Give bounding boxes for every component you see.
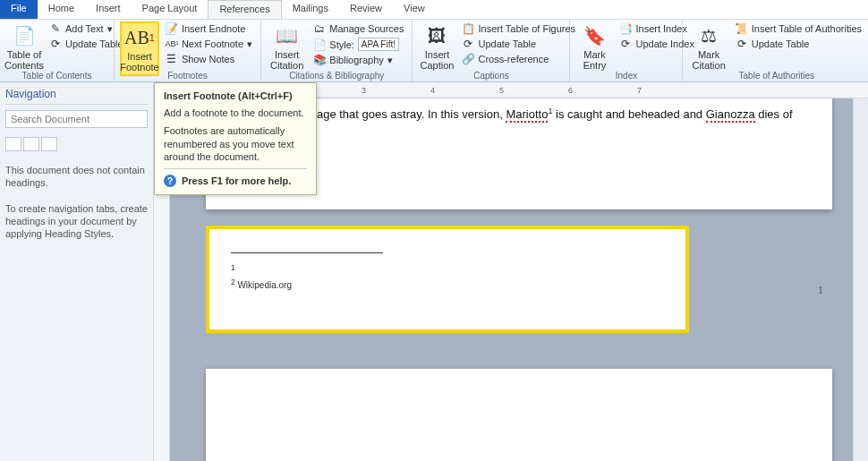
insert-tof-button[interactable]: 📋Insert Table of Figures	[459, 21, 578, 36]
update-icon: ⟳	[462, 38, 474, 50]
insert-footnote-button[interactable]: AB1 Insert Footnote	[120, 21, 159, 76]
mark-entry-icon: 🔖	[582, 23, 607, 48]
ribbon: 📄 Table of Contents ✎Add Text▾ ⟳Update T…	[0, 20, 868, 82]
caption-icon: 🖼	[424, 23, 449, 48]
citation-icon: 📖	[275, 23, 300, 48]
nav-view-switcher	[5, 137, 148, 151]
group-citations: 📖 Insert Citation 🗂Manage Sources 📄Style…	[261, 20, 413, 81]
tab-review[interactable]: Review	[339, 0, 393, 19]
group-captions-label: Captions	[413, 71, 569, 81]
ribbon-tabs: File Home Insert Page Layout References …	[0, 0, 868, 20]
mark-citation-label: Mark Citation	[692, 49, 725, 71]
tab-references[interactable]: References	[208, 0, 281, 19]
cross-reference-button[interactable]: 🔗Cross-reference	[459, 52, 578, 66]
nav-view-pages[interactable]	[23, 137, 39, 151]
navigation-pane: Navigation This document does not contai…	[0, 82, 154, 461]
manage-sources-button[interactable]: 🗂Manage Sources	[311, 21, 406, 36]
mark-citation-icon: ⚖	[696, 23, 721, 48]
nav-message-1: This document does not contain headings.	[5, 164, 148, 190]
group-toa-label: Table of Authorities	[683, 71, 868, 81]
group-toc-label: Table of Contents	[0, 71, 114, 81]
nav-view-headings[interactable]	[5, 137, 21, 151]
insert-footnote-label: Insert Footnote	[120, 51, 158, 73]
update-captions-button[interactable]: ⟳Update Table	[459, 37, 578, 51]
misspelled-mariotto: Mariotto	[506, 107, 548, 123]
insert-caption-button[interactable]: 🖼 Insert Caption	[418, 21, 455, 73]
footnote-area-highlight: 1 2 Wikipedia.org	[206, 226, 689, 333]
mark-entry-label: Mark Entry	[583, 49, 607, 71]
mark-citation-button[interactable]: ⚖ Mark Citation	[688, 21, 728, 73]
manage-sources-icon: 🗂	[313, 22, 326, 35]
next-footnote-icon: AB¹	[166, 38, 178, 50]
style-select[interactable]: APA Fift!	[358, 38, 399, 51]
update-icon: ⟳	[619, 38, 632, 50]
insert-toa-icon: 📜	[736, 22, 748, 35]
tof-icon: 📋	[462, 22, 474, 35]
misspelled-gianozza: Gianozza	[706, 107, 755, 123]
insert-citation-button[interactable]: 📖 Insert Citation	[267, 21, 307, 73]
tooltip-line2: Footnotes are automatically renumbered a…	[164, 124, 307, 163]
nav-view-results[interactable]	[41, 137, 57, 151]
page-number: 1	[818, 284, 823, 297]
style-icon: 📄	[313, 38, 326, 51]
tab-mailings[interactable]: Mailings	[282, 0, 339, 19]
insert-endnote-button[interactable]: 📝Insert Endnote	[163, 21, 255, 36]
group-footnotes-label: Footnotes	[115, 71, 260, 81]
toc-icon: 📄	[12, 23, 37, 48]
footnote-ab-icon: AB1	[127, 25, 152, 50]
update-toa-button[interactable]: ⟳Update Table	[733, 37, 864, 51]
chevron-down-icon: ▾	[107, 23, 113, 35]
insert-toa-button[interactable]: 📜Insert Table of Authorities	[733, 21, 864, 36]
insert-footnote-tooltip: Insert Footnote (Alt+Ctrl+F) Add a footn…	[154, 82, 317, 195]
style-select-row: 📄Style: APA Fift!	[311, 37, 406, 52]
group-index-label: Index	[570, 71, 682, 81]
group-captions: 🖼 Insert Caption 📋Insert Table of Figure…	[413, 20, 570, 81]
bibliography-icon: 📚	[313, 54, 326, 66]
chevron-down-icon: ▾	[387, 55, 393, 66]
show-notes-button[interactable]: ☰Show Notes	[163, 52, 255, 66]
next-footnote-button[interactable]: AB¹Next Footnote▾	[163, 37, 255, 51]
group-citations-label: Citations & Bibliography	[261, 71, 412, 81]
footnote-separator	[231, 252, 383, 253]
toc-button[interactable]: 📄 Table of Contents	[5, 21, 43, 73]
tooltip-help: ?Press F1 for more help.	[164, 168, 307, 187]
nav-message-2: To create navigation tabs, create headin…	[5, 202, 148, 241]
vertical-scrollbar[interactable]	[853, 98, 868, 461]
tab-insert[interactable]: Insert	[85, 0, 132, 19]
group-toc: 📄 Table of Contents ✎Add Text▾ ⟳Update T…	[0, 20, 115, 81]
tab-file[interactable]: File	[0, 0, 38, 19]
endnote-icon: 📝	[166, 22, 178, 35]
footnote-1[interactable]: 1	[231, 263, 235, 276]
tooltip-title: Insert Footnote (Alt+Ctrl+F)	[164, 90, 307, 101]
help-icon: ?	[164, 175, 176, 187]
workspace: Navigation This document does not contai…	[0, 82, 868, 461]
tab-view[interactable]: View	[393, 0, 436, 19]
document-page-2[interactable]	[206, 369, 832, 461]
chevron-down-icon: ▾	[247, 38, 252, 50]
insert-citation-label: Insert Citation	[270, 49, 303, 71]
tooltip-line1: Add a footnote to the document.	[164, 107, 307, 119]
insert-index-icon: 📑	[619, 22, 632, 35]
insert-caption-label: Insert Caption	[421, 49, 455, 71]
crossref-icon: 🔗	[462, 53, 474, 65]
navigation-title: Navigation	[5, 86, 148, 105]
show-notes-icon: ☰	[166, 53, 178, 65]
mark-entry-button[interactable]: 🔖 Mark Entry	[575, 21, 613, 73]
footnote-2[interactable]: 2 Wikipedia.org	[231, 277, 292, 290]
search-input[interactable]	[5, 110, 148, 128]
toc-label: Table of Contents	[4, 49, 44, 71]
group-toa: ⚖ Mark Citation 📜Insert Table of Authori…	[683, 20, 868, 81]
tab-pagelayout[interactable]: Page Layout	[132, 0, 208, 19]
update-icon: ⟳	[736, 38, 748, 50]
group-index: 🔖 Mark Entry 📑Insert Index ⟳Update Index…	[570, 20, 683, 81]
paragraph[interactable]: the crucial message that goes astray. In…	[233, 106, 805, 138]
tab-home[interactable]: Home	[38, 0, 85, 19]
add-text-icon: ✎	[49, 22, 62, 35]
group-footnotes: AB1 Insert Footnote 📝Insert Endnote AB¹N…	[115, 20, 261, 81]
update-icon: ⟳	[49, 38, 62, 50]
bibliography-button[interactable]: 📚Bibliography▾	[311, 53, 406, 67]
